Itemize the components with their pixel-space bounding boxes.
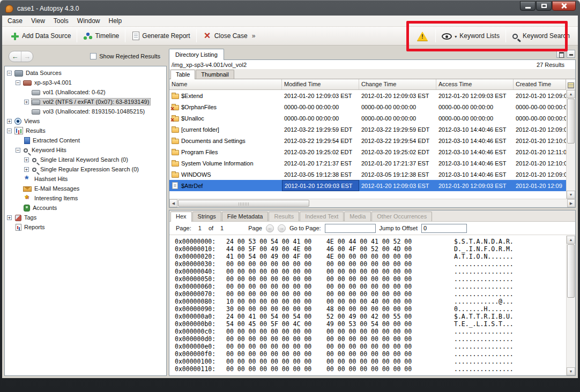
toolbar-right-group: Keyword Lists Keyword Search: [407, 29, 574, 42]
table-row[interactable]: $Extend2012-01-20 12:09:03 EST2012-01-20…: [169, 90, 566, 101]
tree-item[interactable]: +vol2 (NTFS / exFAT (0x07): 63-8193149): [5, 97, 166, 107]
table-vertical-scrollbar[interactable]: [566, 90, 575, 199]
tree-item[interactable]: +Views: [5, 116, 166, 126]
jump-offset-input[interactable]: [421, 224, 467, 233]
back-button[interactable]: [9, 51, 21, 62]
menu-view[interactable]: View: [27, 16, 49, 26]
viewer-tab-file-metadata[interactable]: File Metadata: [222, 212, 269, 221]
menu-case[interactable]: Case: [3, 16, 27, 26]
warning-icon[interactable]: [417, 32, 428, 41]
expander-plus-icon[interactable]: +: [7, 119, 12, 124]
table-row[interactable]: $OrphanFiles0000-00-00 00:00:000000-00-0…: [169, 101, 566, 112]
configure-columns-button[interactable]: [566, 80, 575, 90]
tree-item[interactable]: +Single Regular Expression Search (0): [5, 164, 166, 174]
directory-listing-tab[interactable]: Directory Listing: [169, 49, 224, 60]
goto-page-input[interactable]: [325, 224, 376, 233]
minimize-window-button[interactable]: [567, 50, 575, 58]
scrollbar-thumb[interactable]: [178, 200, 309, 207]
expander-minus-icon[interactable]: −: [16, 148, 20, 153]
hex-ascii: $.A.T.T.R.I.B.U.: [454, 313, 514, 320]
scrollbar-thumb[interactable]: [567, 244, 575, 298]
table-row[interactable]: System Volume Information2012-01-20 17:2…: [169, 157, 566, 169]
viewer-tab-hex[interactable]: Hex: [170, 212, 192, 222]
forward-button[interactable]: [21, 51, 33, 62]
tree-item[interactable]: Interesting Items: [5, 193, 166, 203]
tab-thumbnail[interactable]: Thumbnail: [196, 70, 234, 79]
table-row[interactable]: [current folder]2012-03-22 19:29:59 EDT2…: [169, 124, 566, 135]
tree-item[interactable]: +Tags: [5, 213, 166, 222]
tree-item[interactable]: −xp-sp3-v4.001: [5, 78, 166, 87]
expander-minus-icon[interactable]: −: [7, 129, 12, 133]
scrollbar-thumb[interactable]: [567, 99, 575, 144]
column-header-modified-time[interactable]: Modified Time: [282, 79, 359, 89]
column-header-created-time[interactable]: Created Time: [514, 79, 566, 89]
add-data-source-button[interactable]: Add Data Source: [6, 29, 75, 43]
current-path: /img_xp-sp3-v4.001/vol_vol2: [172, 62, 247, 68]
hex-line: 0x000000b0:54 00 45 00 5F 00 4C 00 49 00…: [175, 320, 566, 328]
file-name: System Volume Information: [181, 160, 254, 167]
table-row[interactable]: Program Files2012-03-20 19:25:02 EDT2012…: [169, 146, 566, 157]
keyword-lists-button[interactable]: Keyword Lists: [438, 30, 503, 42]
expander-plus-icon[interactable]: +: [24, 157, 29, 162]
expander-minus-icon[interactable]: −: [7, 71, 12, 76]
maximize-button[interactable]: [536, 1, 552, 11]
scroll-down-button[interactable]: [567, 191, 575, 199]
hex-address: 0x00000000:: [175, 238, 226, 245]
minimize-button[interactable]: [520, 1, 536, 11]
close-case-button[interactable]: Close Case: [199, 29, 251, 43]
column-header-access-time[interactable]: Access Time: [436, 79, 514, 89]
column-header-name[interactable]: Name: [169, 79, 282, 89]
next-page-button[interactable]: [278, 224, 286, 232]
menu-help[interactable]: Help: [105, 16, 127, 26]
table-horizontal-scrollbar[interactable]: [169, 199, 575, 207]
hex-bytes: 10 00 00 00 00 00 00 00 00 00 00 00 40 0…: [226, 298, 454, 305]
access-cell: 2012-03-10 14:40:46 EST: [436, 124, 514, 135]
table-row[interactable]: Documents and Settings2012-03-22 19:29:5…: [169, 135, 566, 146]
tree-item[interactable]: Reports: [5, 222, 166, 232]
tree-item-label: Keyword Hits: [32, 147, 66, 153]
tree-item[interactable]: Extracted Content: [5, 135, 166, 145]
created-cell: 2012-01-20 12:09:0: [514, 124, 566, 135]
expander-plus-icon[interactable]: +: [24, 167, 29, 172]
viewer-tab-strings[interactable]: Strings: [192, 212, 221, 221]
viewer-tab-results: Results: [269, 212, 299, 221]
keyword-search-label: Keyword Search: [523, 32, 570, 40]
tree-item[interactable]: −Keyword Hits: [5, 145, 166, 155]
toolbar-overflow-chevron[interactable]: »: [252, 32, 256, 40]
tree-item[interactable]: +Single Literal Keyword Search (0): [5, 155, 166, 164]
float-window-button[interactable]: [556, 50, 565, 58]
tab-table[interactable]: Table: [170, 70, 195, 79]
scroll-up-button[interactable]: [567, 90, 575, 98]
menu-window[interactable]: Window: [73, 16, 105, 26]
directory-listing-panel: /img_xp-sp3-v4.001/vol_vol2 27 Results T…: [169, 59, 576, 208]
table-row[interactable]: $Unalloc0000-00-00 00:00:000000-00-00 00…: [169, 112, 566, 124]
title-bar[interactable]: case1 - Autopsy 4.3.0: [0, 0, 580, 16]
scroll-down-button[interactable]: [567, 367, 575, 375]
keyword-search-button[interactable]: Keyword Search: [508, 30, 574, 42]
close-button[interactable]: [552, 1, 576, 11]
tree-item[interactable]: Accounts: [5, 203, 166, 213]
scroll-left-button[interactable]: [169, 199, 177, 207]
expander-minus-icon[interactable]: −: [16, 80, 20, 85]
expander-plus-icon[interactable]: +: [7, 215, 12, 220]
previous-page-button[interactable]: [266, 224, 274, 232]
table-row[interactable]: $AttrDef2012-01-20 12:09:03 EST2012-01-2…: [169, 180, 566, 191]
tree-item[interactable]: −Data Sources: [5, 68, 166, 78]
tree-item[interactable]: vol3 (Unallocated: 8193150-10485215): [5, 107, 166, 116]
column-header-change-time[interactable]: Change Time: [359, 79, 436, 89]
timeline-button[interactable]: Timeline: [79, 29, 123, 43]
tree-item[interactable]: Hashset Hits: [5, 174, 166, 184]
hex-vertical-scrollbar[interactable]: [566, 236, 575, 375]
tree-item[interactable]: E-Mail Messages: [5, 184, 166, 193]
tree-item[interactable]: vol1 (Unallocated: 0-62): [5, 87, 166, 97]
hex-bytes: 00 00 00 00 00 00 00 00 00 00 00 00 00 0…: [226, 335, 454, 343]
table-row[interactable]: WINDOWS2012-03-05 19:12:38 EST2012-03-05…: [169, 169, 566, 180]
scroll-right-button[interactable]: [567, 199, 575, 207]
show-rejected-checkbox[interactable]: [90, 53, 96, 59]
generate-report-button[interactable]: Generate Report: [128, 29, 194, 42]
scroll-up-button[interactable]: [567, 236, 575, 244]
tree-item[interactable]: −Results: [5, 126, 166, 135]
expander-plus-icon[interactable]: +: [24, 100, 29, 104]
menu-tools[interactable]: Tools: [49, 16, 73, 26]
file-name: $OrphanFiles: [181, 104, 217, 110]
